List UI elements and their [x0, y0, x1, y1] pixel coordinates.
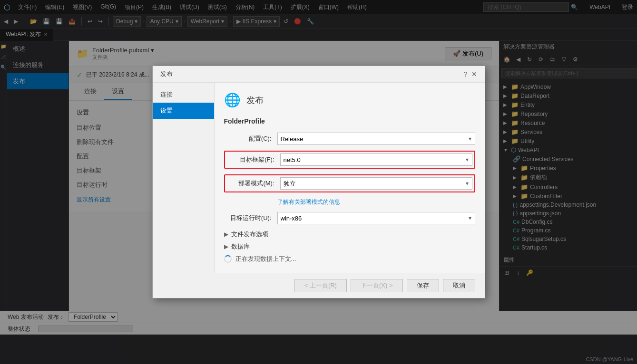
save-button[interactable]: 保存: [407, 279, 439, 292]
accordion-arrow-icon: ▶: [224, 231, 228, 238]
runtime-label: 目标运行时(U):: [224, 214, 272, 222]
config-row: 配置(C): Release Debug: [224, 133, 475, 145]
modal-close-button[interactable]: ✕: [471, 70, 477, 78]
runtime-select[interactable]: win-x86 win-x64: [277, 212, 475, 224]
deploy-mode-select[interactable]: 独立 框架依赖: [280, 177, 472, 190]
loading-item: 正在发现数据上下文...: [224, 255, 475, 263]
modal-overlay: 发布 ? ✕ 连接 设置 🌐 发布 FolderProfile 配: [0, 0, 637, 364]
modal-body: 连接 设置 🌐 发布 FolderProfile 配置(C): Release …: [153, 83, 485, 273]
deploy-mode-row: 部署模式(M): 独立 框架依赖: [224, 174, 475, 192]
runtime-row: 目标运行时(U): win-x86 win-x64: [224, 212, 475, 224]
modal-header-title: 发布: [246, 95, 264, 106]
loading-text: 正在发现数据上下文...: [235, 255, 296, 263]
modal-title-bar: 发布 ? ✕: [153, 66, 485, 83]
deploy-mode-select-wrapper: 独立 框架依赖: [280, 177, 472, 190]
modal-title: 发布: [160, 70, 173, 78]
modal-nav-settings[interactable]: 设置: [153, 103, 214, 119]
modal-help-button[interactable]: ?: [464, 70, 468, 78]
database-label: 数据库: [231, 242, 250, 251]
accordion-arrow-icon: ▶: [224, 243, 228, 250]
spinner-icon: [224, 255, 232, 263]
modal-main-content: 🌐 发布 FolderProfile 配置(C): Release Debug: [215, 83, 485, 273]
deploy-mode-link[interactable]: 了解有关部署模式的信息: [277, 198, 475, 206]
modal-nav-connection[interactable]: 连接: [153, 86, 214, 103]
publish-modal: 发布 ? ✕ 连接 设置 🌐 发布 FolderProfile 配: [152, 66, 485, 298]
framework-row: 目标框架(F): net5.0 net6.0: [224, 151, 475, 169]
file-publish-accordion[interactable]: ▶ 文件发布选项: [224, 230, 475, 239]
file-publish-label: 文件发布选项: [231, 230, 268, 239]
modal-controls: ? ✕: [464, 70, 477, 78]
config-label: 配置(C):: [224, 134, 272, 143]
database-accordion[interactable]: ▶ 数据库: [224, 242, 475, 251]
prev-button[interactable]: < 上一页(R): [294, 279, 347, 292]
config-select-wrapper: Release Debug: [277, 133, 475, 145]
globe-icon: 🌐: [224, 92, 241, 108]
csdn-badge: CSDN @YANG-Live: [586, 356, 633, 362]
runtime-select-wrapper: win-x86 win-x64: [277, 212, 475, 224]
framework-select-wrapper: net5.0 net6.0: [280, 153, 472, 166]
modal-header: 🌐 发布: [224, 92, 475, 108]
next-button[interactable]: 下一页(X) >: [351, 279, 403, 292]
profile-title: FolderProfile: [224, 117, 475, 125]
modal-footer: < 上一页(R) 下一页(X) > 保存 取消: [153, 273, 485, 298]
deploy-mode-label: 部署模式(M):: [227, 179, 274, 188]
modal-left-nav: 连接 设置: [153, 83, 215, 273]
framework-label: 目标框架(F):: [227, 155, 274, 164]
cancel-button[interactable]: 取消: [443, 279, 475, 292]
config-select[interactable]: Release Debug: [277, 133, 475, 145]
framework-select[interactable]: net5.0 net6.0: [280, 153, 472, 166]
